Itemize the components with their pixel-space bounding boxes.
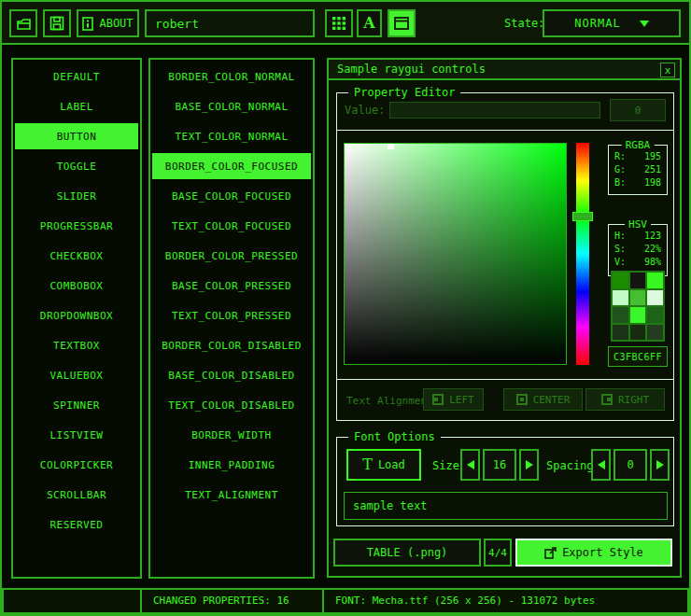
rgba-green-row: G:251 — [609, 163, 667, 176]
chevron-down-icon — [640, 21, 649, 27]
property-item[interactable]: BASE_COLOR_DISABLED — [152, 362, 311, 388]
control-item-reserved[interactable]: RESERVED — [15, 511, 138, 538]
control-item-default[interactable]: DEFAULT — [15, 63, 138, 90]
property-item[interactable]: BORDER_COLOR_NORMAL — [152, 63, 311, 90]
control-item-label[interactable]: LABEL — [15, 93, 138, 119]
swatch-text-color-focused[interactable] — [647, 290, 663, 306]
swatch-border-color-normal[interactable] — [613, 273, 628, 288]
control-item-dropdownbox[interactable]: DROPDOWNBOX — [15, 302, 138, 329]
spacing-value-box[interactable]: 0 — [613, 449, 647, 481]
grid-icon — [332, 17, 346, 30]
align-center-button[interactable]: CENTER — [503, 388, 583, 411]
spacing-decrement-button[interactable] — [591, 449, 611, 481]
hsv-group-label: HSV — [625, 217, 651, 231]
state-dropdown-value: NORMAL — [574, 17, 620, 30]
control-item-progressbar[interactable]: PROGRESSBAR — [15, 213, 138, 239]
property-item[interactable]: BORDER_WIDTH — [152, 422, 311, 448]
state-dropdown[interactable]: NORMAL — [543, 9, 681, 37]
swatch-base-color-disabled[interactable] — [630, 325, 646, 341]
about-button-label: ABOUT — [99, 17, 133, 30]
size-decrement-button[interactable] — [460, 449, 480, 481]
control-item-colorpicker[interactable]: COLORPICKER — [15, 452, 138, 478]
open-file-button[interactable] — [9, 9, 37, 37]
window-close-button[interactable]: x — [660, 63, 675, 77]
swatch-text-color-disabled[interactable] — [647, 325, 663, 341]
control-item-listview[interactable]: LISTVIEW — [15, 422, 138, 448]
property-item[interactable]: TEXT_COLOR_DISABLED — [152, 392, 311, 418]
font-options-group-label: Font Options — [348, 430, 441, 444]
size-value-box[interactable]: 16 — [483, 449, 516, 481]
control-item-slider[interactable]: SLIDER — [15, 183, 138, 209]
hue-bar[interactable] — [576, 143, 589, 365]
property-item[interactable]: BORDER_COLOR_PRESSED — [152, 243, 311, 269]
hex-value-text: C3FBC6FF — [613, 352, 662, 362]
properties-listbox: BORDER_COLOR_NORMAL BASE_COLOR_NORMAL TE… — [148, 58, 315, 579]
load-font-button[interactable]: T Load — [346, 449, 421, 481]
size-value: 16 — [493, 458, 506, 471]
swatch-base-color-normal[interactable] — [630, 273, 646, 288]
swatch-base-color-pressed[interactable] — [630, 307, 646, 323]
rgba-red-row: R:195 — [609, 150, 667, 163]
about-button[interactable]: ABOUT — [77, 9, 139, 37]
style-table-view-button[interactable] — [325, 9, 353, 37]
property-item[interactable]: BASE_COLOR_FOCUSED — [152, 183, 311, 209]
font-view-button[interactable]: A — [357, 9, 382, 37]
value-slider[interactable] — [389, 102, 600, 119]
property-item[interactable]: TEXT_COLOR_NORMAL — [152, 123, 311, 149]
size-increment-button[interactable] — [519, 449, 539, 481]
swatch-base-color-focused[interactable] — [630, 290, 646, 306]
export-style-button[interactable]: Export Style — [515, 539, 672, 567]
statusbar-divider — [322, 590, 324, 612]
export-format-label: TABLE (.png) — [367, 546, 448, 559]
align-right-button[interactable]: RIGHT — [585, 388, 665, 411]
control-item-valuebox[interactable]: VALUEBOX — [15, 362, 138, 388]
window-titlebar[interactable]: Sample raygui controls x — [329, 60, 680, 80]
property-item[interactable]: INNER_PADDING — [152, 452, 311, 478]
style-name-input[interactable] — [147, 11, 313, 35]
divider — [337, 379, 673, 380]
toolbar: ABOUT A State: NORMAL — [2, 2, 689, 45]
property-editor-group: Property Editor Value: 0 RGBA R:195 — [336, 92, 674, 421]
hex-value-box[interactable]: C3FBC6FF — [608, 346, 668, 367]
controls-view-button[interactable] — [388, 9, 416, 37]
property-item[interactable]: BORDER_COLOR_DISABLED — [152, 332, 311, 358]
control-item-combobox[interactable]: COMBOBOX — [15, 273, 138, 299]
sample-text-input[interactable] — [345, 493, 667, 519]
style-name-box — [145, 9, 315, 37]
statusbar: CHANGED PROPERTIES: 16 FONT: Mecha.ttf (… — [2, 588, 689, 614]
color-picker-panel[interactable] — [344, 143, 567, 365]
open-folder-icon — [16, 17, 32, 31]
property-item[interactable]: TEXT_COLOR_FOCUSED — [152, 213, 311, 239]
color-cursor[interactable] — [388, 144, 394, 149]
swatch-text-color-pressed[interactable] — [647, 307, 663, 323]
export-format-button[interactable]: TABLE (.png) — [333, 539, 481, 567]
control-item-button[interactable]: BUTTON — [15, 123, 138, 149]
rgba-group-label: RGBA — [622, 138, 655, 152]
swatch-text-color-normal[interactable] — [647, 273, 663, 288]
statusbar-divider — [140, 590, 142, 612]
control-item-textbox[interactable]: TEXTBOX — [15, 332, 138, 358]
property-item-selected[interactable]: BORDER_COLOR_FOCUSED — [152, 153, 311, 179]
property-item[interactable]: TEXT_COLOR_PRESSED — [152, 302, 311, 329]
swatch-border-color-disabled[interactable] — [613, 325, 628, 341]
align-left-button[interactable]: LEFT — [423, 388, 484, 411]
spacing-increment-button[interactable] — [650, 449, 670, 481]
window-title: Sample raygui controls — [337, 63, 486, 76]
hsv-hue-row: H:123 — [609, 230, 667, 243]
control-item-toggle[interactable]: TOGGLE — [15, 153, 138, 179]
swatch-border-color-pressed[interactable] — [613, 307, 628, 323]
property-item[interactable]: BASE_COLOR_NORMAL — [152, 93, 311, 119]
save-file-button[interactable] — [43, 9, 71, 37]
control-item-checkbox[interactable]: CHECKBOX — [15, 243, 138, 269]
property-item[interactable]: BASE_COLOR_PRESSED — [152, 273, 311, 299]
property-item[interactable]: TEXT_ALIGNMENT — [152, 482, 311, 508]
arrow-right-icon — [526, 460, 533, 469]
control-item-scrollbar[interactable]: SCROLLBAR — [15, 482, 138, 508]
divider — [337, 130, 673, 131]
font-icon: A — [363, 16, 374, 31]
control-item-spinner[interactable]: SPINNER — [15, 392, 138, 418]
value-box[interactable]: 0 — [610, 99, 666, 121]
hue-slider-handle[interactable] — [572, 212, 593, 221]
swatch-border-color-focused[interactable] — [613, 290, 628, 306]
value-box-text: 0 — [635, 105, 642, 117]
